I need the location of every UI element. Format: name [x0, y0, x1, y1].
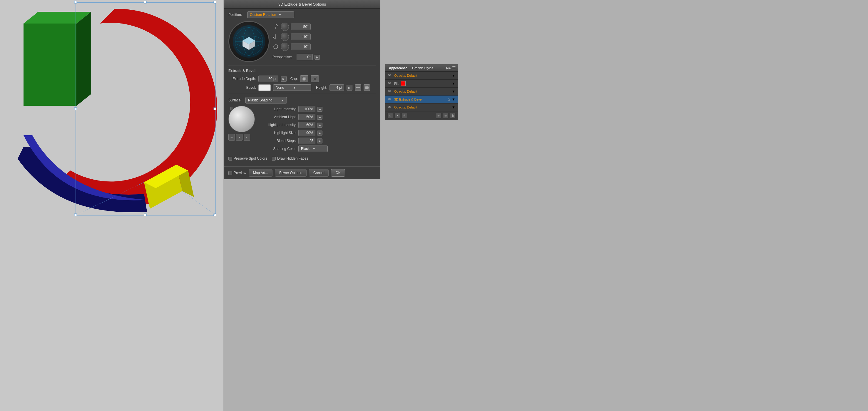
- light-intensity-input[interactable]: [298, 106, 315, 112]
- cancel-button[interactable]: Cancel: [309, 169, 329, 177]
- height-icon-1[interactable]: [355, 84, 361, 91]
- x-rotation-row: [273, 23, 320, 31]
- highlight-intensity-arrow[interactable]: ▶: [317, 123, 322, 128]
- appearance-panel-header: Appearance Graphic Styles ▶▶ ☰: [385, 64, 458, 72]
- panel-menu-icon[interactable]: ☰: [452, 66, 456, 70]
- panel-copy-icon[interactable]: ⊘: [436, 113, 441, 118]
- bevel-dropdown[interactable]: None ▼: [273, 84, 311, 91]
- dialog-panel: 3D Extrude & Bevel Options Position: Cus…: [224, 0, 380, 179]
- rotation-sphere[interactable]: [228, 21, 270, 62]
- svg-rect-11: [214, 107, 216, 110]
- preview-checkbox[interactable]: Preview: [228, 171, 246, 175]
- shading-sliders: Light Intensity: ▶ Ambient Light: ▶ High…: [261, 106, 376, 154]
- bevel-row: Bevel: None ▼ Height: ▶: [228, 84, 376, 91]
- graphic-styles-tab[interactable]: Graphic Styles: [410, 66, 435, 70]
- opacity-label-1: Opacity: Default: [394, 74, 417, 77]
- svg-rect-33: [365, 87, 369, 89]
- fewer-options-button[interactable]: Fewer Options: [275, 169, 307, 177]
- surface-label: Surface:: [228, 98, 244, 102]
- surface-dropdown[interactable]: Plastic Shading ▼: [245, 97, 287, 103]
- z-dial[interactable]: [281, 43, 289, 51]
- y-dial[interactable]: [281, 33, 289, 41]
- bevel-dropdown-arrow: ▼: [293, 86, 296, 89]
- panel-toolbar: □ ▪ fx ⊘ ⊡ 🗑: [385, 112, 458, 120]
- svg-line-16: [182, 191, 216, 215]
- light-intensity-arrow[interactable]: ▶: [317, 107, 322, 112]
- extrude-depth-row: Extrude Depth: ▶ Cap:: [228, 75, 376, 82]
- highlight-size-input[interactable]: [298, 130, 315, 136]
- bevel-swatch: [258, 84, 271, 91]
- highlight-intensity-row: Highlight Intensity: ▶: [261, 122, 376, 128]
- height-arrow[interactable]: ▶: [346, 85, 352, 91]
- surface-row: Surface: Plastic Shading ▼: [228, 97, 376, 103]
- position-dropdown[interactable]: Custom Rotation ▼: [247, 11, 294, 18]
- fill-arrow: ▼: [452, 82, 455, 86]
- panel-delete-icon[interactable]: 🗑: [450, 113, 455, 118]
- perspective-arrow-btn[interactable]: ▶: [314, 55, 320, 60]
- svg-point-29: [303, 77, 305, 80]
- shading-icon-square[interactable]: ▪: [244, 134, 250, 140]
- svg-rect-32: [356, 87, 360, 88]
- fill-swatch[interactable]: [401, 81, 406, 86]
- draw-hidden-faces-checkbox[interactable]: Draw Hidden Faces: [272, 156, 308, 160]
- visibility-eye-1[interactable]: 👁: [388, 73, 393, 78]
- shape-svg: [0, 0, 223, 229]
- checkbox-row: Preserve Spot Colors Draw Hidden Faces: [228, 156, 376, 160]
- opacity-arrow-1: ▼: [452, 73, 455, 77]
- effect-label[interactable]: 3D Extrude & Bevel: [394, 98, 423, 101]
- height-input[interactable]: [330, 84, 344, 91]
- opacity-label-2: Opacity: Default: [394, 90, 417, 93]
- shading-color-dropdown[interactable]: Black ▼: [298, 146, 328, 152]
- height-icon-2[interactable]: [364, 84, 370, 91]
- x-dial[interactable]: [281, 23, 289, 31]
- panel-square-icon[interactable]: ▪: [395, 113, 400, 118]
- ambient-light-label: Ambient Light:: [261, 115, 297, 119]
- extrude-section-header: Extrude & Bevel: [228, 69, 376, 73]
- visibility-eye-5[interactable]: 👁: [388, 105, 393, 110]
- x-rotation-input[interactable]: [291, 24, 311, 30]
- shading-icon-arrows[interactable]: ↔: [228, 134, 235, 140]
- extrude-depth-input[interactable]: [258, 75, 278, 82]
- height-label: Height:: [314, 86, 327, 90]
- y-rotation-input[interactable]: [291, 33, 311, 40]
- ambient-light-arrow[interactable]: ▶: [317, 115, 322, 120]
- preview-label: Preview: [234, 171, 246, 175]
- map-art-button[interactable]: Map Art...: [249, 169, 273, 177]
- ambient-light-row: Ambient Light: ▶: [261, 114, 376, 120]
- svg-rect-13: [144, 214, 146, 216]
- highlight-size-arrow[interactable]: ▶: [317, 130, 322, 135]
- panel-arrows[interactable]: ▶▶: [446, 66, 451, 70]
- ambient-light-input[interactable]: [298, 114, 315, 120]
- perspective-input[interactable]: [297, 54, 313, 60]
- effect-expand: ▼: [452, 97, 455, 101]
- shading-icons: ↔ • ▪: [228, 134, 258, 140]
- cap-btn-2[interactable]: [311, 75, 319, 82]
- preserve-spot-colors-checkbox[interactable]: Preserve Spot Colors: [228, 156, 267, 160]
- opacity-row-2: 👁 Opacity: Default ▼: [385, 88, 458, 96]
- panel-fx-icon[interactable]: fx: [402, 113, 407, 118]
- preserve-spot-label: Preserve Spot Colors: [234, 156, 267, 160]
- blend-steps-arrow[interactable]: ▶: [317, 138, 322, 144]
- rotation-area: Perspective: ▶: [228, 21, 376, 62]
- appearance-tab[interactable]: Appearance: [387, 66, 409, 70]
- shading-icon-dot[interactable]: •: [236, 134, 243, 140]
- highlight-intensity-label: Highlight Intensity:: [261, 123, 297, 127]
- z-rotation-icon: [273, 43, 279, 50]
- shading-sphere-handle[interactable]: [230, 107, 233, 110]
- perspective-row: Perspective: ▶: [273, 54, 320, 60]
- panel-layer-icon[interactable]: □: [388, 113, 393, 118]
- blend-steps-input[interactable]: [298, 137, 315, 144]
- blue-shape: [18, 135, 147, 212]
- visibility-eye-3[interactable]: 👁: [388, 89, 393, 94]
- draw-hidden-label: Draw Hidden Faces: [277, 156, 308, 160]
- panel-link-icon[interactable]: ⊡: [443, 113, 448, 118]
- ok-button[interactable]: OK: [331, 169, 345, 177]
- highlight-intensity-input[interactable]: [298, 122, 315, 128]
- visibility-eye-4[interactable]: 👁: [388, 97, 393, 102]
- z-rotation-input[interactable]: [291, 43, 311, 50]
- cap-btn-1[interactable]: [300, 75, 308, 82]
- extrude-depth-arrow[interactable]: ▶: [281, 76, 287, 82]
- visibility-eye-2[interactable]: 👁: [388, 81, 393, 86]
- blend-steps-label: Blend Steps:: [261, 139, 297, 143]
- shading-area: ↔ • ▪ Light Intensity: ▶ Ambient Light:: [228, 106, 376, 154]
